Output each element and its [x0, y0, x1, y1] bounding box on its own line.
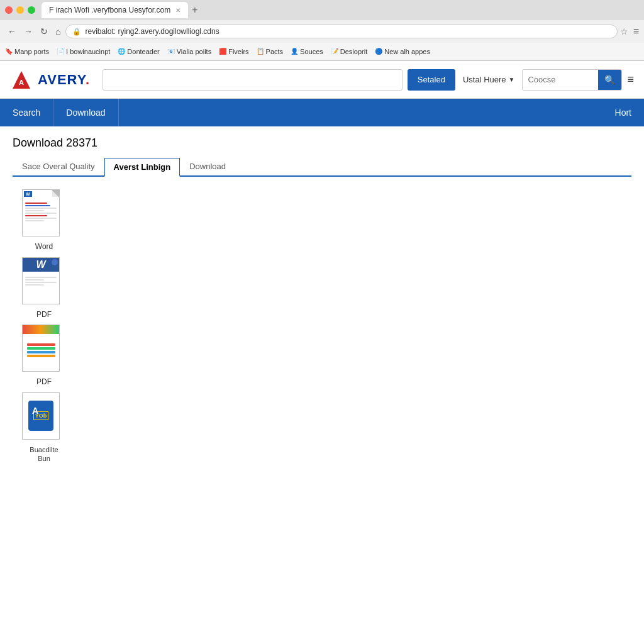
list-item[interactable]: W Word	[19, 189, 69, 252]
nav-tab-search[interactable]: Search	[0, 99, 53, 126]
file-label: PDF	[36, 310, 52, 320]
new-tab-button[interactable]: +	[192, 4, 197, 16]
bookmark-label: Desioprit	[340, 48, 367, 55]
bookmark-label: Manp ports	[14, 48, 49, 55]
bookmarks-bar: 🔖 Manp ports 📄 I bowinaucinpt 🌐 Donteade…	[0, 43, 644, 60]
bookmark-label: Souces	[300, 48, 323, 55]
bookmark-vialia-poiits[interactable]: 📧 Vialia poiits	[167, 48, 211, 55]
sub-tab-sace[interactable]: Sace Overal Quality	[13, 157, 104, 175]
close-window-button[interactable]	[5, 6, 13, 14]
user-menu-label: Ustal Huere	[463, 75, 506, 84]
bookmark-icon: 📝	[331, 48, 338, 55]
secondary-search-input[interactable]	[523, 71, 598, 88]
back-button[interactable]: ←	[5, 25, 19, 38]
nav-tab-download[interactable]: Download	[53, 99, 118, 126]
list-item[interactable]: A YOb Buacdilte Bun	[19, 392, 69, 464]
pdf-colorful-file-icon	[22, 325, 66, 375]
forward-button[interactable]: →	[21, 25, 35, 38]
bookmark-button[interactable]: ☆	[620, 26, 628, 36]
site-header: A AVERY. Setaled Ustal Huere ▼ 🔍 ≡	[0, 61, 644, 99]
setaled-button[interactable]: Setaled	[408, 69, 455, 91]
bookmark-icon: 📄	[57, 48, 64, 55]
main-content: Download 28371 Sace Overal Quality Avers…	[0, 126, 644, 473]
user-menu[interactable]: Ustal Huere ▼	[463, 75, 515, 84]
url-text: revibalot: rying2.avery.dogilowlliogl.cd…	[85, 27, 610, 36]
tab-bar: F irach Wofi .veryfbona Uesyfor.com ✕ +	[42, 2, 639, 18]
bookmark-icon: 👤	[291, 48, 298, 55]
bluecap-file-icon: A YOb	[22, 392, 66, 443]
sub-tab-download[interactable]: Download	[180, 157, 235, 175]
page-title: Download 28371	[13, 136, 631, 150]
bookmark-icon: 📧	[167, 48, 175, 55]
sub-tab-averst[interactable]: Averst Linbign	[104, 158, 180, 177]
minimize-window-button[interactable]	[16, 6, 24, 14]
lock-icon: 🔒	[72, 28, 81, 36]
browser-tab[interactable]: F irach Wofi .veryfbona Uesyfor.com ✕	[42, 2, 188, 18]
bookmark-bowinaucinpt[interactable]: 📄 I bowinaucinpt	[57, 48, 110, 55]
bookmark-icon: 📋	[257, 48, 264, 55]
address-bar[interactable]: 🔒 revibalot: rying2.avery.dogilowlliogl.…	[65, 25, 617, 38]
bookmark-icon: 🔖	[5, 48, 13, 55]
avery-wordmark: AVERY.	[38, 72, 90, 88]
svg-text:A: A	[19, 79, 24, 86]
bookmark-icon: 🟥	[219, 48, 226, 55]
bookmark-label: Pacts	[266, 48, 284, 55]
bookmark-label: Vialia poiits	[177, 48, 211, 55]
bookmark-label: Fiveirs	[228, 48, 248, 55]
word-file-icon: W	[22, 189, 66, 240]
secondary-search-box: 🔍	[522, 69, 622, 91]
main-search-input[interactable]	[103, 69, 402, 91]
bookmark-manp-ports[interactable]: 🔖 Manp ports	[5, 48, 49, 55]
bookmark-icon: 🌐	[118, 48, 125, 55]
refresh-button[interactable]: ↻	[38, 25, 50, 38]
bookmark-new-alh-appes[interactable]: 🔵 New alh appes	[375, 48, 430, 55]
nav-download-label: Download	[66, 108, 105, 118]
bookmark-label: Donteader	[127, 48, 159, 55]
title-bar: F irach Wofi .veryfbona Uesyfor.com ✕ +	[0, 0, 644, 20]
file-label: Buacdilte Bun	[30, 445, 58, 464]
nav-hort[interactable]: Hort	[602, 99, 644, 126]
doc-badge: W	[24, 191, 32, 197]
nav-hort-label: Hort	[615, 108, 631, 118]
hamburger-menu-icon[interactable]: ≡	[627, 73, 634, 86]
list-item[interactable]: W PDF	[19, 257, 69, 320]
avery-logo[interactable]: A AVERY.	[10, 69, 90, 91]
files-grid: W Word	[13, 189, 631, 463]
bookmark-donteader[interactable]: 🌐 Donteader	[118, 48, 159, 55]
bookmark-pacts[interactable]: 📋 Pacts	[257, 48, 284, 55]
nav-bar: ← → ↻ ⌂ 🔒 revibalot: rying2.avery.dogilo…	[0, 20, 644, 43]
list-item[interactable]: PDF	[19, 325, 69, 387]
search-submit-button[interactable]: 🔍	[598, 69, 621, 91]
bookmark-desioprit[interactable]: 📝 Desioprit	[331, 48, 367, 55]
traffic-lights	[5, 6, 35, 14]
bookmark-label: New alh appes	[384, 48, 430, 55]
bookmark-souces[interactable]: 👤 Souces	[291, 48, 323, 55]
pdf-word-file-icon: W	[22, 257, 66, 308]
tab-close-button[interactable]: ✕	[175, 7, 180, 14]
browser-chrome: F irach Wofi .veryfbona Uesyfor.com ✕ + …	[0, 0, 644, 61]
nav-search-label: Search	[13, 108, 40, 118]
file-label: Word	[35, 242, 53, 252]
sub-tabs: Sace Overal Quality Averst Linbign Downl…	[13, 157, 631, 177]
bookmark-icon: 🔵	[375, 48, 382, 55]
browser-menu-button[interactable]: ≡	[633, 26, 639, 37]
tab-title: F irach Wofi .veryfbona Uesyfor.com	[49, 6, 170, 14]
maximize-window-button[interactable]	[28, 6, 35, 14]
user-dropdown-icon: ▼	[509, 76, 515, 83]
avery-logo-icon: A	[10, 69, 33, 91]
bookmark-label: I bowinaucinpt	[66, 48, 110, 55]
bookmark-fiveirs[interactable]: 🟥 Fiveirs	[219, 48, 248, 55]
home-button[interactable]: ⌂	[53, 25, 63, 38]
site-nav: Search Download Hort	[0, 99, 644, 126]
file-label: PDF	[36, 377, 52, 387]
